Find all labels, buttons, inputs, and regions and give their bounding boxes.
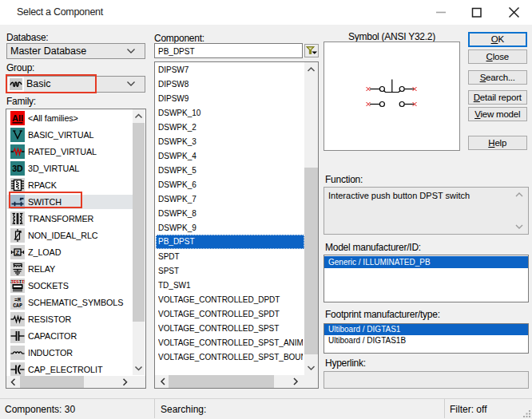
svg-text:All: All [12, 113, 23, 123]
svg-text:=M: =M [14, 298, 21, 303]
svg-text:3D: 3D [12, 164, 23, 173]
svg-text:CAP: CAP [13, 303, 22, 309]
svg-text:Z: Z [16, 250, 20, 255]
svg-text:SIESIIS: SIESIIS [10, 279, 25, 285]
